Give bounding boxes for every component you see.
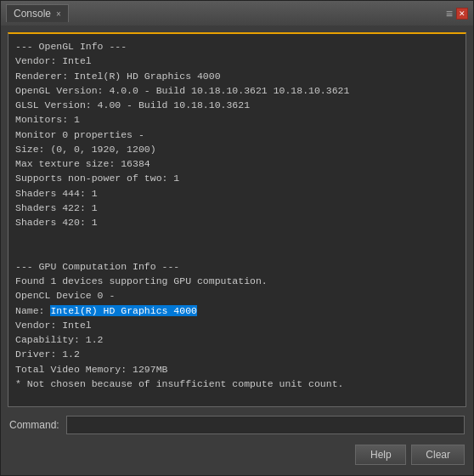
- console-line: OpenCL Device 0 -: [15, 288, 459, 303]
- content-area: --- OpenGL Info ---Vendor: IntelRenderer…: [1, 26, 473, 475]
- help-button[interactable]: Help: [355, 445, 406, 465]
- command-input[interactable]: [66, 416, 465, 434]
- console-line: Shaders 444: 1: [15, 186, 459, 201]
- console-window: Console × ≡ ✕ --- OpenGL Info ---Vendor:…: [0, 0, 474, 476]
- console-line: Monitors: 1: [15, 112, 459, 127]
- console-line: [15, 230, 459, 244]
- console-line: GLSL Version: 4.00 - Build 10.18.10.3621: [15, 98, 459, 112]
- console-tab[interactable]: Console ×: [6, 4, 69, 22]
- console-line: [15, 245, 459, 259]
- title-bar: Console × ≡ ✕: [1, 1, 473, 26]
- console-line: Driver: 1.2: [15, 347, 459, 361]
- console-output[interactable]: --- OpenGL Info ---Vendor: IntelRenderer…: [8, 32, 466, 407]
- console-line: Renderer: Intel(R) HD Graphics 4000: [15, 69, 459, 83]
- command-label: Command:: [9, 419, 59, 431]
- button-bar: Help Clear: [8, 443, 466, 468]
- console-line: Supports non-power of two: 1: [15, 171, 459, 185]
- console-line: Size: (0, 0, 1920, 1200): [15, 142, 459, 156]
- console-line: Shaders 420: 1: [15, 215, 459, 230]
- console-line: Vendor: Intel: [15, 54, 459, 68]
- title-bar-left: Console ×: [6, 4, 69, 22]
- console-line: Shaders 422: 1: [15, 201, 459, 215]
- close-icon: ✕: [459, 9, 466, 18]
- console-line: Total Video Memory: 1297MB: [15, 362, 459, 377]
- title-bar-right: ≡ ✕: [446, 7, 468, 20]
- console-line: * Not chosen because of insufficient com…: [15, 377, 459, 391]
- console-line: --- GPU Computation Info ---: [15, 259, 459, 274]
- console-line: OpenGL Version: 4.0.0 - Build 10.18.10.3…: [15, 83, 459, 98]
- console-line: Max texture size: 16384: [15, 156, 459, 171]
- clear-button[interactable]: Clear: [411, 445, 465, 465]
- window-close-button[interactable]: ✕: [456, 8, 468, 20]
- console-line: Capability: 1.2: [15, 332, 459, 347]
- console-line: Vendor: Intel: [15, 318, 459, 332]
- console-line: Monitor 0 properties -: [15, 128, 459, 142]
- console-line: Name: Intel(R) HD Graphics 4000: [15, 303, 459, 318]
- tab-close-icon[interactable]: ×: [56, 9, 61, 19]
- menu-icon[interactable]: ≡: [446, 7, 453, 20]
- console-line: Found 1 devices supporting GPU computati…: [15, 274, 459, 288]
- command-bar: Command:: [8, 412, 466, 438]
- console-line: --- OpenGL Info ---: [15, 39, 459, 54]
- tab-label: Console: [14, 8, 51, 20]
